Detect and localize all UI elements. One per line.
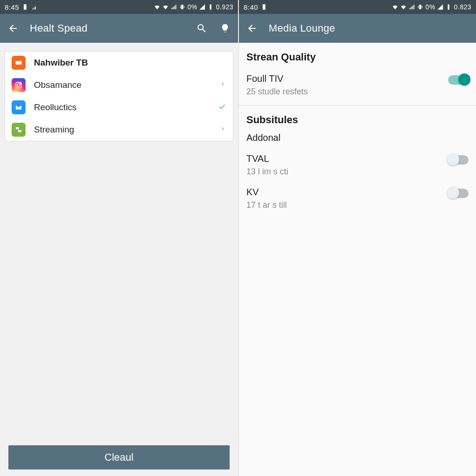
- stream-quality-row[interactable]: Foull TIV 25 studle resfets: [246, 70, 469, 103]
- app-icon: [12, 78, 26, 92]
- status-battery-pct: 0%: [425, 3, 435, 11]
- setting-secondary: 17 t ar s till: [246, 200, 287, 210]
- app-icon: [12, 56, 26, 70]
- setting-secondary: 25 studle resfets: [246, 87, 308, 97]
- wifi-icon-2: [162, 4, 169, 10]
- sim-icon: [261, 4, 267, 10]
- screen-right: 8:40 0% 0.82: [238, 0, 476, 476]
- list-item-label: Obsamance: [34, 80, 212, 90]
- status-bar: 8:40 0% 0.82: [239, 0, 476, 14]
- vibrate-icon: [417, 4, 423, 10]
- wifi-icon: [392, 4, 398, 10]
- list-item-label: Reolluctics: [34, 102, 210, 112]
- kv-toggle[interactable]: [448, 189, 469, 198]
- search-icon: [196, 23, 207, 34]
- battery-icon: [207, 4, 214, 10]
- wifi-icon-2: [400, 4, 407, 10]
- chevron-right-icon: [220, 126, 226, 134]
- list-item[interactable]: Streaming: [5, 119, 233, 141]
- app-icon: [12, 100, 26, 114]
- cell-icon: [437, 4, 443, 10]
- chevron-right-icon: [220, 81, 226, 89]
- status-time: 8:45: [5, 3, 19, 11]
- list-item[interactable]: Reolluctics: [5, 96, 233, 119]
- cell-icon: [199, 4, 205, 10]
- status-extra: 0.923: [216, 3, 233, 11]
- list-item-label: Nahwiber TB: [34, 58, 226, 68]
- bulb-button[interactable]: [218, 22, 231, 35]
- subtitles-kv-row[interactable]: KV 17 t ar s till: [246, 183, 469, 217]
- svg-rect-0: [15, 61, 22, 65]
- back-button[interactable]: [7, 22, 20, 35]
- signal-icon: [409, 4, 415, 10]
- tval-toggle[interactable]: [448, 155, 469, 165]
- subtitles-addonal-label: Addonal: [246, 132, 469, 143]
- stream-quality-toggle[interactable]: [448, 75, 469, 85]
- list-item-label: Streaming: [34, 125, 212, 135]
- divider: [239, 105, 476, 106]
- svg-point-2: [17, 84, 20, 86]
- setting-primary: KV: [246, 187, 287, 198]
- sim-icon: [22, 4, 28, 10]
- status-battery-pct: 0%: [187, 3, 197, 11]
- signal-icon: [171, 4, 177, 10]
- list-item[interactable]: Nahwiber TB: [5, 52, 233, 74]
- settings-panel: Strean Quality Foull TIV 25 studle resfe…: [239, 43, 476, 476]
- subtitles-tval-row[interactable]: TVAL 13 l im s cti: [246, 150, 469, 183]
- app-list-card: Nahwiber TB Obsamance Reolluctics Stream…: [5, 51, 233, 141]
- status-extra: 0.823: [454, 3, 471, 11]
- setting-secondary: 13 l im s cti: [246, 167, 288, 177]
- check-icon: [218, 102, 226, 112]
- setting-primary: TVAL: [246, 153, 288, 164]
- section-subtitles-title: Subsitules: [246, 114, 469, 126]
- back-arrow-icon: [7, 23, 19, 34]
- bulb-icon: [220, 23, 230, 33]
- clear-button[interactable]: Cleaul: [8, 445, 230, 469]
- app-bar: Healt Spead: [0, 14, 238, 43]
- clear-button-label: Cleaul: [105, 451, 133, 463]
- section-stream-quality-title: Strean Quality: [246, 51, 469, 63]
- battery-icon: [445, 4, 452, 10]
- status-time: 8:40: [244, 3, 258, 11]
- status-bar: 8:45 0%: [0, 0, 238, 14]
- appbar-title: Media Lounge: [269, 22, 335, 34]
- app-bar: Media Lounge: [239, 14, 476, 43]
- back-arrow-icon: [246, 23, 258, 34]
- wifi-icon: [154, 4, 160, 10]
- search-button[interactable]: [195, 22, 208, 35]
- appbar-title: Healt Spead: [30, 22, 87, 34]
- vibrate-icon: [179, 4, 185, 10]
- app-icon: [12, 123, 26, 137]
- signal-stack-icon: [31, 4, 38, 10]
- list-item[interactable]: Obsamance: [5, 74, 233, 96]
- setting-primary: Foull TIV: [246, 73, 308, 84]
- screen-left: 8:45 0%: [0, 0, 238, 476]
- back-button[interactable]: [245, 22, 258, 35]
- svg-point-3: [20, 83, 21, 84]
